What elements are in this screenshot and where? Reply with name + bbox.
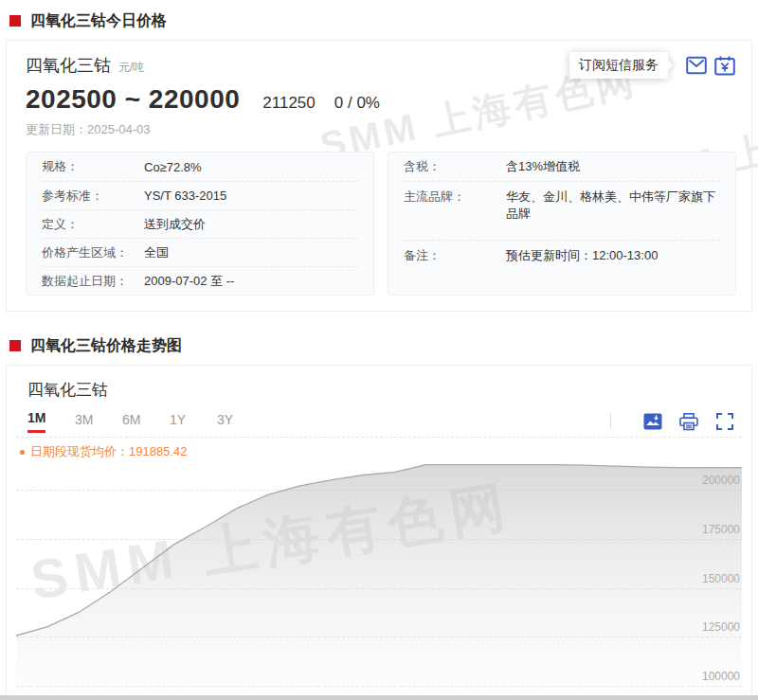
price-unit: 元/吨: [118, 60, 144, 76]
chart-title: 四氧化三钴: [27, 379, 742, 401]
spec-row-reference-standard: 参考标准： YS/T 633-2015: [42, 181, 358, 209]
legend-label: 日期段现货均价：: [30, 444, 129, 458]
legend-text: 日期段现货均价：191885.42: [30, 443, 187, 460]
product-name: 四氧化三钴: [26, 54, 111, 77]
mail-subscribe-button[interactable]: [685, 54, 708, 77]
section-title: 四氧化三钴价格走势图: [30, 336, 182, 356]
spec-value: 全国: [144, 244, 169, 261]
spec-table-right: 含税： 含13%增值税 主流品牌： 华友、金川、格林美、中伟等厂家旗下品牌 备注…: [388, 152, 736, 296]
fullscreen-button[interactable]: [713, 410, 736, 433]
update-date-value: 2025-04-03: [87, 122, 151, 136]
tab-label: 3M: [75, 412, 93, 432]
spec-value: 含13%增值税: [506, 158, 580, 175]
spec-value: YS/T 633-2015: [144, 188, 226, 203]
spec-label: 备注：: [404, 247, 506, 264]
spec-row-tax: 含税： 含13%增值税: [404, 153, 720, 181]
spec-label: 定义：: [42, 216, 144, 233]
spec-label: 含税：: [404, 158, 506, 175]
price-change: 0 / 0%: [334, 94, 380, 113]
spec-label: 价格产生区域：: [42, 244, 144, 261]
yuan-calendar-icon: [714, 56, 735, 76]
tooltip-arrow: [662, 60, 673, 70]
spec-row-specification: 规格： Co≥72.8%: [42, 153, 358, 181]
price-high: 220000: [149, 84, 240, 114]
red-square-bullet-icon: [9, 340, 21, 351]
price-low: 202500: [26, 84, 117, 114]
spec-row-data-range: 数据起止日期： 2009-07-02 至 --: [42, 266, 358, 295]
chart-toolbar: [628, 410, 736, 433]
sms-subscribe-tooltip: 订阅短信服务: [569, 52, 668, 79]
price-area-chart: [16, 464, 742, 691]
tab-3m[interactable]: 3M: [75, 412, 122, 432]
save-image-icon: [643, 413, 662, 430]
legend-item-spot-average[interactable]: 日期段现货均价：191885.42: [16, 438, 742, 462]
today-price-section-header: 四氧化三钴今日价格: [9, 9, 758, 32]
print-button[interactable]: [677, 410, 700, 433]
spec-label: 主流品牌：: [404, 188, 506, 206]
spec-value: 送到成交价: [144, 216, 206, 233]
tab-label: 1M: [27, 410, 45, 433]
trend-chart-section-header: 四氧化三钴价格走势图: [9, 334, 758, 357]
tab-label: 3Y: [217, 412, 233, 432]
price-average: 211250: [262, 94, 315, 113]
toolbar-divider: [610, 414, 611, 429]
chart-plot-area[interactable]: 200000 175000 150000 125000 100000: [16, 464, 742, 691]
spec-label: 参考标准：: [42, 188, 144, 205]
spec-label: 数据起止日期：: [42, 273, 144, 290]
price-card: 四氧化三钴 元/吨 订阅短信服务 202500 ~ 220000: [6, 40, 752, 312]
price-separator: ~: [125, 84, 141, 114]
page-footer-strip: [0, 695, 758, 700]
tab-label: 6M: [122, 412, 140, 432]
tab-6m[interactable]: 6M: [122, 412, 170, 432]
mail-envelope-icon: [686, 56, 707, 75]
tab-1y[interactable]: 1Y: [170, 412, 217, 432]
spec-row-remark: 备注： 预估更新时间：12:00-13:00: [404, 240, 720, 292]
tab-3y[interactable]: 3Y: [217, 412, 264, 432]
price-subscribe-button[interactable]: [713, 54, 736, 77]
tab-label: 1Y: [170, 412, 186, 432]
spec-row-definition: 定义： 送到成交价: [42, 209, 358, 238]
spec-value: 预估更新时间：12:00-13:00: [506, 247, 658, 264]
section-title: 四氧化三钴今日价格: [30, 11, 167, 31]
sms-subscribe-tooltip-label: 订阅短信服务: [579, 57, 659, 72]
update-date-label: 更新日期：: [26, 122, 87, 136]
area-fill: [16, 465, 742, 692]
spec-table-left: 规格： Co≥72.8% 参考标准： YS/T 633-2015 定义： 送到成…: [26, 152, 374, 296]
spec-row-main-brands: 主流品牌： 华友、金川、格林美、中伟等厂家旗下品牌: [404, 181, 720, 240]
save-image-button[interactable]: [641, 410, 664, 433]
red-square-bullet-icon: [9, 15, 21, 27]
spec-value: 华友、金川、格林美、中伟等厂家旗下品牌: [506, 188, 720, 223]
spec-label: 规格：: [42, 158, 144, 175]
printer-icon: [679, 413, 698, 431]
legend-dot-icon: [20, 450, 25, 455]
fullscreen-icon: [716, 413, 733, 430]
spec-row-price-region: 价格产生区域： 全国: [42, 238, 358, 266]
subscribe-tools: 订阅短信服务: [569, 52, 736, 79]
price-range: 202500 ~ 220000: [26, 84, 240, 115]
legend-value: 191885.42: [129, 444, 187, 458]
spec-value: Co≥72.8%: [144, 160, 202, 174]
spec-value: 2009-07-02 至 --: [144, 273, 234, 290]
tab-1m[interactable]: 1M: [27, 410, 75, 433]
trend-chart-card: 四氧化三钴 1M 3M 6M 1Y 3Y: [6, 365, 752, 700]
update-date-row: 更新日期：2025-04-03: [26, 121, 736, 138]
period-tabs: 1M 3M 6M 1Y 3Y: [27, 410, 736, 433]
